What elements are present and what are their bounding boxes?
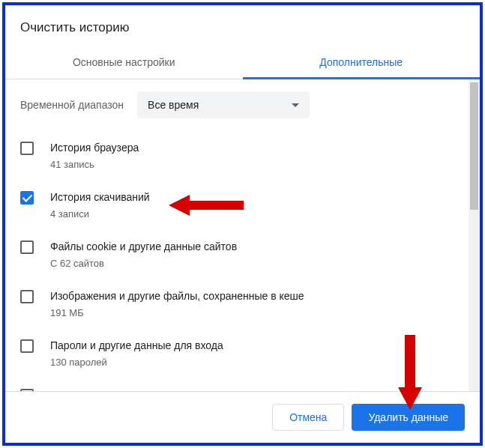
cancel-button-label: Отмена — [289, 411, 327, 423]
checkbox-cookies[interactable] — [20, 240, 34, 254]
list-item: История браузера 41 запись — [20, 130, 454, 180]
delete-data-button[interactable]: Удалить данные — [352, 404, 465, 431]
chevron-down-icon — [292, 103, 299, 107]
item-sub: 4 записи — [50, 208, 454, 220]
tab-advanced-label: Дополнительные — [319, 56, 403, 68]
list-item: Данные для автозаполнения — [20, 378, 454, 391]
dialog-body: Временной диапазон Все время История бра… — [5, 79, 480, 391]
time-range-row: Временной диапазон Все время — [5, 79, 469, 123]
item-title: История скачиваний — [50, 190, 454, 205]
checkbox-list: История браузера 41 запись История скачи… — [5, 123, 469, 391]
item-text: История браузера 41 запись — [50, 140, 454, 170]
item-text: Пароли и другие данные для входа 130 пар… — [50, 338, 454, 368]
cancel-button[interactable]: Отмена — [272, 404, 344, 431]
checkbox-autofill[interactable] — [20, 389, 34, 391]
checkbox-browser-history[interactable] — [20, 142, 34, 155]
time-range-value: Все время — [148, 99, 199, 111]
dialog-footer: Отмена Удалить данные — [5, 391, 480, 443]
list-item: Файлы cookie и другие данные сайтов С 62… — [20, 229, 454, 279]
tab-basic[interactable]: Основные настройки — [5, 46, 243, 79]
time-range-label: Временной диапазон — [20, 99, 124, 111]
scroll-area: Временной диапазон Все время История бра… — [5, 79, 469, 391]
item-text: Изображения и другие файлы, сохраненные … — [50, 288, 454, 318]
list-item: Пароли и другие данные для входа 130 пар… — [20, 328, 454, 378]
delete-data-button-label: Удалить данные — [368, 411, 448, 423]
tab-advanced[interactable]: Дополнительные — [243, 46, 481, 79]
item-sub: 41 запись — [50, 159, 454, 170]
item-title: Данные для автозаполнения — [50, 387, 454, 391]
tabs: Основные настройки Дополнительные — [5, 46, 480, 79]
item-title: Изображения и другие файлы, сохраненные … — [50, 288, 454, 304]
item-title: История браузера — [50, 140, 454, 156]
item-text: Данные для автозаполнения — [50, 387, 454, 391]
tab-basic-label: Основные настройки — [73, 56, 175, 68]
item-text: История скачиваний 4 записи — [50, 190, 454, 220]
checkbox-passwords[interactable] — [20, 339, 34, 353]
time-range-select[interactable]: Все время — [137, 91, 310, 118]
scrollbar[interactable] — [469, 79, 480, 391]
checkbox-download-history[interactable] — [20, 191, 34, 205]
scrollbar-thumb[interactable] — [470, 82, 478, 210]
checkbox-cache[interactable] — [20, 290, 34, 303]
list-item: История скачиваний 4 записи — [20, 180, 454, 229]
item-title: Пароли и другие данные для входа — [50, 338, 454, 354]
item-text: Файлы cookie и другие данные сайтов С 62… — [50, 239, 454, 269]
item-sub: С 62 сайтов — [50, 258, 454, 269]
item-sub: 191 МБ — [50, 307, 454, 318]
dialog-title: Очистить историю — [5, 5, 480, 46]
item-title: Файлы cookie и другие данные сайтов — [50, 239, 454, 255]
dialog-frame: Очистить историю Основные настройки Допо… — [2, 2, 483, 446]
list-item: Изображения и другие файлы, сохраненные … — [20, 279, 454, 328]
item-sub: 130 паролей — [50, 357, 454, 368]
